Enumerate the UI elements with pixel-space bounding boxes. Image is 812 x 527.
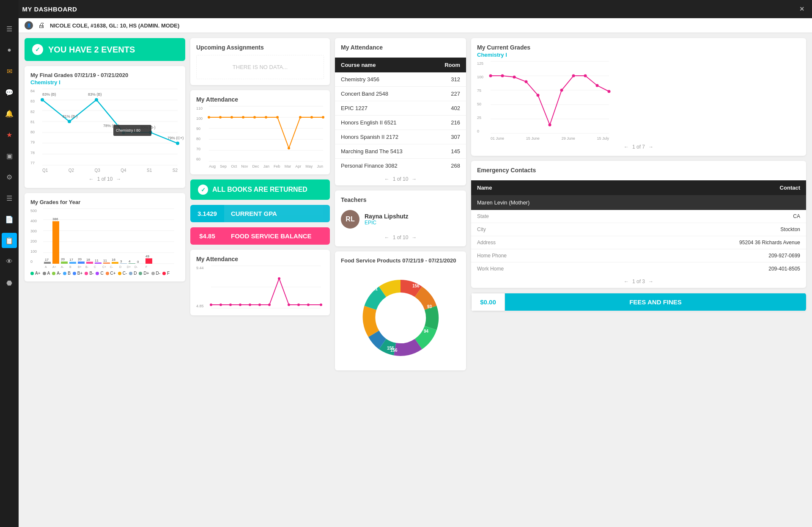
fees-row: $0.00 FEES AND FINES	[471, 293, 806, 311]
food-amount: $4.85	[190, 227, 224, 245]
contact-row: Address95204 36 Richards Avenue	[471, 236, 806, 249]
svg-rect-34	[69, 262, 76, 264]
list-icon[interactable]: ☰	[2, 190, 17, 206]
svg-rect-44	[112, 262, 118, 264]
books-text: ALL BOOKS ARE RETURNED	[212, 186, 307, 193]
cube-icon[interactable]: ⬣	[2, 275, 17, 290]
emergency-contacts-card: Emergency Contacts Name Contact Maren Le…	[471, 161, 806, 288]
svg-text:0: 0	[137, 260, 139, 264]
svg-text:156: 156	[390, 348, 398, 353]
svg-point-93	[268, 304, 271, 306]
attendance-chart1-title: My Attendance	[196, 96, 324, 103]
close-icon[interactable]: ×	[800, 5, 804, 14]
dashboard-title: MY DASHBOARD	[22, 6, 77, 13]
events-banner[interactable]: ✓ YOU HAVE 2 EVENTS	[25, 38, 185, 61]
grades-year-card: My Grades for Year 5004003002001000	[25, 193, 185, 281]
svg-rect-48	[129, 263, 135, 264]
upcoming-assignments-card: Upcoming Assignments THERE IS NO DATA...	[190, 38, 330, 85]
svg-point-87	[210, 304, 212, 306]
svg-text:D-: D-	[134, 265, 138, 268]
svg-text:B: B	[69, 265, 71, 268]
badge-icon[interactable]: ★	[2, 127, 17, 142]
monitor-icon[interactable]: ▣	[2, 148, 17, 163]
svg-point-99	[384, 301, 417, 335]
svg-point-76	[242, 116, 244, 119]
svg-point-90	[239, 304, 241, 306]
svg-text:81% (B-): 81% (B-)	[63, 114, 78, 119]
menu-icon[interactable]: ☰	[2, 21, 17, 36]
attendance-table-card: My Attendance Course name Room Chemistry…	[335, 38, 466, 185]
emergency-title: Emergency Contacts	[477, 167, 800, 174]
bell-icon[interactable]: 🔔	[2, 106, 17, 121]
svg-text:83% (B): 83% (B)	[88, 92, 102, 97]
current-grades-subtitle[interactable]: Chemistry I	[477, 52, 800, 58]
fees-amount: $0.00	[471, 293, 505, 311]
svg-text:11: 11	[95, 259, 99, 262]
final-grades-pagination[interactable]: ← 1 of 10 →	[30, 176, 179, 182]
svg-text:386: 386	[52, 217, 58, 221]
svg-text:29: 29	[366, 343, 371, 348]
user-info: NICOLE COLE, #1638, GL: 10, HS (ADMIN. M…	[50, 22, 179, 29]
svg-point-13	[176, 142, 179, 145]
svg-rect-38	[86, 262, 93, 264]
final-grades-subtitle[interactable]: Chemistry I	[30, 79, 179, 86]
svg-text:B+: B+	[78, 265, 82, 268]
send-icon[interactable]: ✉	[2, 63, 17, 79]
svg-point-8	[41, 98, 44, 102]
svg-point-92	[258, 304, 261, 306]
file-icon[interactable]: 📄	[2, 212, 17, 227]
page-icon[interactable]: 📋	[2, 233, 17, 248]
svg-point-96	[297, 304, 300, 306]
gpa-row: 3.1429 CURRENT GPA	[190, 205, 330, 222]
svg-text:A: A	[45, 265, 47, 268]
contact-name-header: Name	[471, 180, 593, 195]
svg-point-88	[219, 304, 222, 306]
contact-contact-header: Contact	[593, 180, 806, 195]
svg-rect-52	[145, 258, 152, 264]
svg-text:156: 156	[412, 284, 420, 288]
svg-text:31: 31	[357, 329, 362, 334]
no-data-text: THERE IS NO DATA...	[196, 55, 324, 79]
current-grades-pagination[interactable]: ←1 of 7→	[477, 144, 800, 150]
table-row: Honors English II 6521216	[335, 116, 466, 130]
svg-point-80	[288, 147, 290, 149]
svg-text:3: 3	[120, 259, 122, 263]
svg-point-121	[549, 124, 551, 127]
search-icon[interactable]: ●	[2, 42, 17, 58]
teacher-subject[interactable]: EPIC	[365, 220, 408, 226]
svg-point-73	[208, 116, 210, 119]
food-label: FOOD SERVICE BALANCE	[224, 227, 330, 245]
svg-point-79	[276, 116, 279, 119]
emergency-pagination[interactable]: ←1 of 3→	[471, 275, 806, 288]
attendance-chart1-card: My Attendance 11010090807060	[190, 90, 330, 174]
current-grades-card: My Current Grades Chemistry I 1251007550…	[471, 38, 806, 156]
current-grades-title: My Current Grades	[477, 44, 800, 51]
teachers-card: Teachers RL Rayna Lipshutz EPIC ←1 of 10…	[335, 190, 466, 246]
food-products-title: Food Service Products 07/21/19 - 07/21/2…	[341, 257, 460, 264]
svg-text:29: 29	[356, 313, 361, 318]
svg-text:16: 16	[112, 258, 115, 262]
svg-point-95	[288, 304, 290, 306]
glasses-icon[interactable]: 👁	[2, 254, 17, 269]
svg-point-123	[572, 74, 575, 77]
svg-rect-40	[95, 262, 102, 264]
teachers-pagination[interactable]: ←1 of 10→	[341, 235, 460, 240]
svg-point-74	[219, 116, 222, 119]
gear-icon[interactable]: ⚙	[2, 169, 17, 185]
attendance-pagination[interactable]: ←1 of 10→	[335, 173, 466, 185]
svg-point-89	[229, 304, 232, 306]
chat-icon[interactable]: 💬	[2, 85, 17, 100]
final-grades-card: My Final Grades 07/21/19 - 07/21/2020 Ch…	[25, 66, 185, 188]
fees-button[interactable]: FEES AND FINES	[505, 293, 806, 311]
print-icon[interactable]: 🖨	[38, 22, 45, 29]
gpa-label: CURRENT GPA	[224, 205, 330, 222]
svg-text:11: 11	[103, 259, 107, 262]
svg-point-94	[278, 277, 280, 280]
svg-text:C: C	[94, 265, 96, 268]
svg-rect-28	[44, 262, 51, 264]
svg-text:41: 41	[373, 287, 378, 291]
svg-point-78	[265, 116, 267, 119]
svg-text:C+: C+	[102, 265, 106, 268]
user-icon: 👤	[25, 21, 33, 30]
svg-text:83% (B): 83% (B)	[42, 92, 56, 97]
